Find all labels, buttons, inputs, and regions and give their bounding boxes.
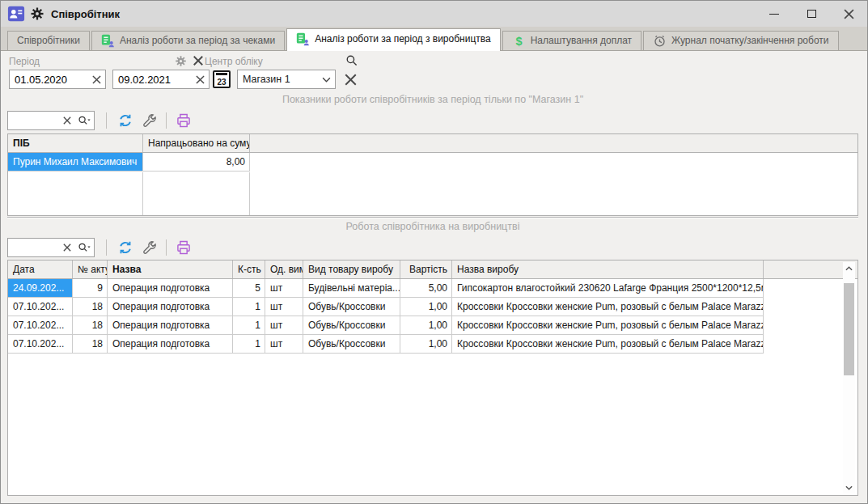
table-cell[interactable]: 07.10.202... <box>8 298 73 316</box>
clear-date-to-icon[interactable] <box>191 70 209 88</box>
table-cell[interactable]: шт <box>265 279 303 298</box>
report-person-icon <box>296 32 310 46</box>
refresh-button[interactable] <box>116 112 135 129</box>
settings-button[interactable] <box>140 112 159 129</box>
employees-table-body: Пурин Михаил Максимович8,00 <box>8 153 857 172</box>
column-header[interactable]: Вартість <box>400 260 452 278</box>
refresh-button[interactable] <box>116 239 135 256</box>
table-cell[interactable]: Операция подготовка <box>108 335 233 354</box>
table-cell[interactable]: Операция подготовка <box>108 279 233 298</box>
column-header-amount[interactable]: Напрацьовано на суму <box>143 134 250 152</box>
refresh-icon <box>117 112 133 129</box>
vertical-scrollbar[interactable] <box>843 262 855 493</box>
scrollbar-thumb[interactable] <box>844 283 854 375</box>
table-cell[interactable]: 24.09.202... <box>8 279 73 298</box>
employee-card-icon <box>7 5 25 23</box>
table-cell[interactable]: Кроссовки Кроссовки женские Pum, розовый… <box>452 316 764 335</box>
table-cell[interactable]: Обувь/Кроссовки <box>303 316 400 335</box>
column-header[interactable]: № акту <box>73 260 108 278</box>
table-cell[interactable]: Гипсокартон влагостойкий 230620 Lafarge … <box>452 279 764 298</box>
search-options-icon[interactable] <box>74 112 94 129</box>
toolbar-separator <box>106 112 107 129</box>
minimize-button[interactable] <box>756 1 793 27</box>
table-cell[interactable]: Кроссовки Кроссовки женские Pum, розовый… <box>452 335 764 354</box>
table-cell[interactable]: 1,00 <box>400 316 452 335</box>
column-header[interactable]: Вид товару виробу <box>303 260 400 278</box>
settings-button[interactable] <box>140 239 159 256</box>
employee-amount-cell[interactable]: 8,00 <box>143 153 250 172</box>
table-cell[interactable]: шт <box>265 335 303 354</box>
table-cell[interactable]: 18 <box>73 335 108 354</box>
clear-center-icon[interactable] <box>342 71 358 87</box>
content-area: Період Центр обліку <box>1 51 867 504</box>
date-to-input[interactable] <box>113 74 191 86</box>
center-select[interactable]: Магазин 1 <box>237 70 336 89</box>
tab-4[interactable]: $Налаштування доплат <box>502 31 641 50</box>
tab-bar: СпівробітникиАналіз роботи за період за … <box>1 27 867 51</box>
table-cell[interactable]: 5 <box>233 279 265 298</box>
clear-date-from-icon[interactable] <box>87 70 105 88</box>
table-cell[interactable]: 18 <box>73 298 108 316</box>
table-row[interactable]: Пурин Михаил Максимович8,00 <box>8 153 857 172</box>
date-from-input[interactable] <box>10 74 87 86</box>
column-header[interactable]: Дата <box>8 260 73 278</box>
table-cell[interactable]: Кроссовки Кроссовки женские Pum, розовый… <box>452 298 764 316</box>
date-to-field[interactable] <box>112 70 210 89</box>
column-header[interactable]: К-сть <box>233 260 265 278</box>
table-cell[interactable]: Обувь/Кроссовки <box>303 298 400 316</box>
table-cell[interactable]: 1 <box>233 298 265 316</box>
column-header[interactable]: Назва <box>108 260 233 278</box>
print-button[interactable] <box>174 239 193 256</box>
print-button[interactable] <box>174 112 193 129</box>
table-cell[interactable]: 1,00 <box>400 335 452 354</box>
employees-search-input[interactable] <box>8 115 60 126</box>
table-cell[interactable]: 07.10.202... <box>8 316 73 335</box>
gear-icon <box>30 6 44 21</box>
employees-section-title: Показники роботи співробітників за періо… <box>7 91 858 108</box>
table-cell[interactable]: 9 <box>73 279 108 298</box>
table-cell[interactable]: 5,00 <box>400 279 452 298</box>
clear-search-icon[interactable] <box>60 112 74 129</box>
chevron-down-icon[interactable] <box>843 481 855 493</box>
close-button[interactable] <box>830 1 867 27</box>
search-options-icon[interactable] <box>74 239 94 256</box>
wrench-icon <box>142 112 158 129</box>
employees-table-empty-area <box>8 172 250 215</box>
table-cell[interactable]: 1 <box>233 316 265 335</box>
table-cell[interactable]: шт <box>265 316 303 335</box>
tab-3[interactable]: Аналіз роботи за період з виробництва <box>286 28 501 51</box>
clear-search-icon[interactable] <box>60 239 74 256</box>
tab-2[interactable]: Аналіз роботи за період за чеками <box>91 31 285 50</box>
table-row[interactable]: 24.09.202...9Операция подготовка5штБудів… <box>8 279 857 298</box>
search-icon[interactable] <box>345 54 358 67</box>
table-row[interactable]: 07.10.202...18Операция подготовка1штОбув… <box>8 298 857 316</box>
table-cell[interactable]: Операция подготовка <box>108 316 233 335</box>
table-row[interactable]: 07.10.202...18Операция подготовка1штОбув… <box>8 335 857 354</box>
employee-name-cell[interactable]: Пурин Михаил Максимович <box>8 153 143 172</box>
table-cell[interactable]: шт <box>265 298 303 316</box>
employees-search-field[interactable] <box>7 111 95 130</box>
date-from-field[interactable] <box>9 70 106 89</box>
column-header[interactable]: Од. вим. <box>265 260 303 278</box>
column-header-pib[interactable]: ПІБ <box>8 134 143 152</box>
chevron-up-icon[interactable] <box>843 262 855 274</box>
column-header[interactable]: Назва виробу <box>452 260 764 278</box>
calendar-icon[interactable]: 23 <box>213 70 231 88</box>
gear-icon[interactable] <box>175 55 187 67</box>
production-toolbar <box>7 235 858 260</box>
production-search-field[interactable] <box>7 238 95 257</box>
clear-filter-icon[interactable] <box>193 55 204 66</box>
table-row[interactable]: 07.10.202...18Операция подготовка1штОбув… <box>8 316 857 335</box>
table-cell[interactable]: Обувь/Кроссовки <box>303 335 400 354</box>
table-cell[interactable]: 1 <box>233 335 265 354</box>
maximize-button[interactable] <box>793 1 830 27</box>
table-cell[interactable]: Операция подготовка <box>108 298 233 316</box>
table-cell[interactable]: 18 <box>73 316 108 335</box>
table-cell[interactable]: Будівельні матеріа... <box>303 279 400 298</box>
table-cell[interactable]: 07.10.202... <box>8 335 73 354</box>
table-cell[interactable]: 1,00 <box>400 298 452 316</box>
tab-5[interactable]: Журнал початку/закінчення роботи <box>643 31 838 50</box>
production-section-title: Робота співробітника на виробництві <box>7 217 858 235</box>
tab-1[interactable]: Співробітники <box>7 31 90 50</box>
production-search-input[interactable] <box>8 242 60 253</box>
